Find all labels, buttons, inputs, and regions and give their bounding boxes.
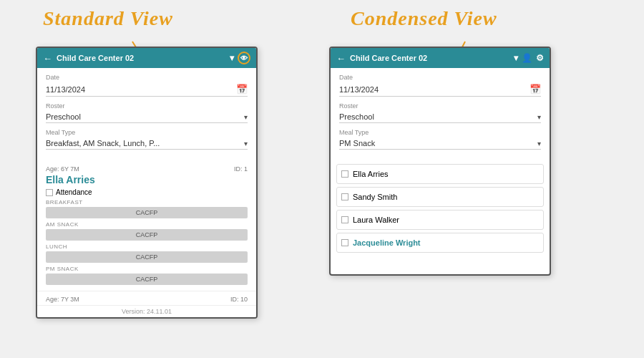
standard-view-label: Standard View: [43, 7, 173, 30]
pm-snack-label: PM SNACK: [46, 266, 248, 272]
student-age-ella: Age: 6Y 7M: [46, 165, 79, 173]
condensed-item-ella[interactable]: Ella Arries: [336, 164, 544, 184]
condensed-roster-label: Roster: [339, 102, 541, 110]
student-id-ella: ID: 1: [234, 165, 248, 173]
condensed-item-sandy[interactable]: Sandy Smith: [336, 187, 544, 207]
pm-snack-cacfp-btn[interactable]: CACFP: [46, 274, 248, 285]
condensed-calendar-icon: 📅: [530, 84, 541, 95]
condensed-view-label: Condensed View: [351, 7, 497, 30]
condensed-name-ella: Ella Arries: [353, 170, 389, 178]
condensed-meal-type-label: Meal Type: [339, 129, 541, 136]
version-bar: Version: 24.11.01: [37, 305, 256, 317]
roster-field-group: Roster Preschool ▾: [46, 102, 248, 123]
student-age-sandy: Age: 7Y 3M: [46, 296, 79, 303]
standard-form: Date 11/13/2024 📅 Roster Preschool ▾ Mea…: [37, 68, 256, 161]
condensed-gear-icon[interactable]: ⚙: [536, 53, 544, 63]
standard-header: ← Child Care Center 02 ▾ 👁: [37, 48, 256, 68]
attendance-checkbox-ella[interactable]: [46, 189, 53, 196]
standard-view-mockup: ← Child Care Center 02 ▾ 👁 Date 11/13/20…: [36, 47, 258, 319]
standard-header-title: Child Care Center 02: [57, 54, 230, 62]
condensed-checkbox-sandy[interactable]: [341, 193, 348, 200]
condensed-form: Date 11/13/2024 📅 Roster Preschool ▾ Mea…: [331, 68, 550, 161]
student-name-ella: Ella Arries: [46, 174, 248, 185]
condensed-wifi-icon: ▾: [514, 53, 518, 63]
condensed-name-sandy: Sandy Smith: [353, 193, 397, 201]
condensed-date-field-group: Date 11/13/2024 📅: [339, 74, 541, 97]
condensed-name-laura: Laura Walker: [353, 216, 399, 224]
date-field-group: Date 11/13/2024 📅: [46, 74, 248, 97]
condensed-meal-type-value: PM Snack: [339, 139, 537, 147]
student-meta-ella: Age: 6Y 7M ID: 1: [46, 165, 248, 173]
back-button[interactable]: ←: [43, 53, 52, 64]
student-card-ella: Age: 6Y 7M ID: 1 Ella Arries Attendance …: [37, 161, 256, 291]
am-snack-cacfp-btn[interactable]: CACFP: [46, 229, 248, 241]
condensed-roster-select[interactable]: Preschool ▾: [339, 111, 541, 123]
roster-select[interactable]: Preschool ▾: [46, 111, 248, 123]
condensed-view-mockup: ← Child Care Center 02 ▾ 👤 ⚙ Date 11/13/…: [329, 47, 551, 276]
student-meta-sandy: Age: 7Y 3M ID: 10: [46, 296, 248, 303]
condensed-person-icon: 👤: [522, 53, 532, 63]
students-scroll[interactable]: Age: 6Y 7M ID: 1 Ella Arries Attendance …: [37, 161, 256, 319]
attendance-ella[interactable]: Attendance: [46, 188, 248, 196]
condensed-roster-chevron: ▾: [537, 113, 541, 121]
condensed-checkbox-jacqueline[interactable]: [341, 239, 348, 246]
condensed-student-list: Ella Arries Sandy Smith Laura Walker Jac…: [331, 161, 550, 258]
attendance-label-ella: Attendance: [56, 188, 92, 196]
roster-label: Roster: [46, 102, 248, 110]
condensed-meal-chevron: ▾: [537, 140, 541, 147]
chevron-down-icon: ▾: [244, 113, 248, 121]
condensed-checkbox-ella[interactable]: [341, 170, 348, 178]
condensed-name-jacqueline: Jacqueline Wright: [353, 238, 421, 247]
condensed-item-jacqueline[interactable]: Jacqueline Wright: [336, 233, 544, 253]
meal-type-select[interactable]: Breakfast, AM Snack, Lunch, P... ▾: [46, 137, 248, 150]
meal-type-label: Meal Type: [46, 129, 248, 136]
lunch-label: LUNCH: [46, 243, 248, 250]
condensed-date-input[interactable]: 11/13/2024 📅: [339, 82, 541, 97]
roster-value: Preschool: [46, 112, 244, 121]
breakfast-cacfp-btn[interactable]: CACFP: [46, 207, 248, 218]
meal-chevron-icon: ▾: [244, 140, 248, 147]
condensed-checkbox-laura[interactable]: [341, 216, 348, 223]
eye-icon-button[interactable]: 👁: [238, 52, 250, 64]
condensed-meal-type-select[interactable]: PM Snack ▾: [339, 137, 541, 150]
breakfast-label: BREAKFAST: [46, 199, 248, 205]
date-label: Date: [46, 74, 248, 81]
condensed-meal-type-field-group: Meal Type PM Snack ▾: [339, 129, 541, 150]
am-snack-label: AM SNACK: [46, 221, 248, 228]
date-input[interactable]: 11/13/2024 📅: [46, 82, 248, 97]
lunch-cacfp-btn[interactable]: CACFP: [46, 251, 248, 263]
student-id-sandy: ID: 10: [230, 296, 248, 303]
condensed-roster-field-group: Roster Preschool ▾: [339, 102, 541, 123]
condensed-date-value: 11/13/2024: [339, 85, 530, 94]
meal-type-value: Breakfast, AM Snack, Lunch, P...: [46, 139, 244, 147]
date-value: 11/13/2024: [46, 85, 236, 94]
condensed-date-label: Date: [339, 74, 541, 81]
condensed-roster-value: Preschool: [339, 112, 537, 121]
wifi-icon: ▾: [230, 53, 234, 63]
condensed-back-button[interactable]: ←: [336, 53, 346, 64]
calendar-icon: 📅: [236, 84, 248, 95]
condensed-header-title: Child Care Center 02: [350, 54, 514, 62]
meal-type-field-group: Meal Type Breakfast, AM Snack, Lunch, P.…: [46, 129, 248, 150]
condensed-header: ← Child Care Center 02 ▾ 👤 ⚙: [331, 48, 550, 68]
condensed-item-laura[interactable]: Laura Walker: [336, 210, 544, 230]
